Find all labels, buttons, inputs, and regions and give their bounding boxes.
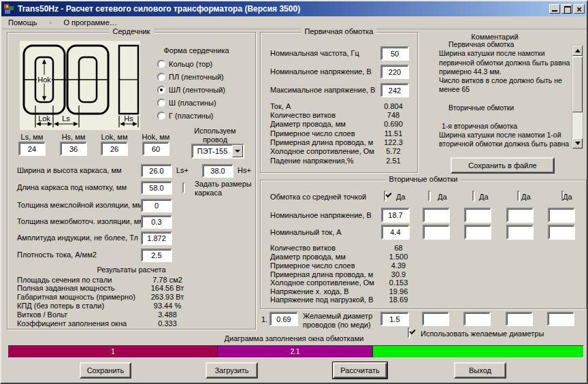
desired-diameter-input-5[interactable] [547,312,574,326]
midpoint-checkbox-4[interactable] [517,191,520,202]
comment-line: первичной обмотки должна быть равна [439,59,570,67]
desired-diameter-input-1[interactable]: 1.5 [380,312,409,326]
radio-core-shl[interactable]: ШЛ (ленточный) [157,86,225,94]
max-voltage-label: Максимальное напряжение, В [270,86,376,94]
set-frame-size-checkbox[interactable] [182,182,185,193]
result-value: 3.488 [127,310,208,319]
scroll-up-icon[interactable] [572,46,583,56]
desired-diameter-input-2[interactable] [422,312,449,326]
readout-value: 0.153 [366,278,431,287]
midpoint-checkbox-label: Да [396,193,406,201]
readout-value: 1.500 [366,253,431,261]
readout-value: 748 [366,111,421,119]
secondary-current-input-5[interactable] [548,225,575,240]
fill-diagram-bar: 1 2.1 [8,345,584,358]
calculate-button[interactable]: Рассчитать [333,362,387,379]
frequency-input[interactable]: 50 [380,46,409,61]
core-diagram-ls-label: Ls [62,114,70,123]
readout-value: 0.690 [366,120,421,128]
scroll-down-icon[interactable] [572,138,583,148]
radio-icon [157,60,165,68]
radio-core-ring[interactable]: Кольцо (тор) [157,60,212,68]
comment-line: менее 65 [439,85,570,94]
max-voltage-input[interactable]: 242 [380,83,409,97]
close-icon[interactable] [574,4,585,14]
secondary-current-input-4[interactable] [506,225,534,240]
hs-input[interactable]: 36 [60,142,87,156]
set-frame-size-label-line2: каркаса [195,189,222,197]
comment-line [439,112,570,121]
frame-height-input[interactable]: 38.0 [202,164,233,178]
hok-input[interactable]: 60 [142,142,169,156]
secondary-current-input-3[interactable] [464,225,491,240]
midpoint-label: Обмотка со средней точкой [270,193,366,201]
load-button[interactable]: Загрузить [206,362,258,379]
current-density-input[interactable]: 2.5 [141,249,172,262]
midpoint-checkbox-3[interactable] [472,191,475,202]
secondary-current-input-1[interactable]: 4.4 [381,225,410,240]
fill-bar-segment-2: 2.1 [218,346,373,357]
wire-combo[interactable]: ПЭТ-155 [191,144,244,159]
frame-width-input[interactable]: 26.0 [141,164,172,178]
menu-bar: Помощь О программе… [1,16,587,29]
winding-insulation-input[interactable]: 0.3 [141,215,172,229]
use-desired-diameters-label: Использовать желаемые диаметры [421,330,544,338]
secondary-current-label: Номинальный ток, А [270,228,342,236]
scrollbar-thumb[interactable] [572,57,583,112]
primary-panel-title: Первичная обмотка [301,27,377,35]
result-label: Витков / Вольт [17,310,67,319]
chevron-down-icon[interactable] [232,145,243,157]
radio-core-g[interactable]: Г (пластины) [157,112,214,120]
readout-label: Падение напряжения,% [270,157,354,165]
radio-core-pl[interactable]: ПЛ (ленточный) [157,73,224,81]
readout-value: 19.96 [366,287,431,295]
desired-diameter-label-line2: проводов (по меди) [303,321,371,329]
menu-item-help[interactable]: Помощь [5,18,40,27]
comment-line: Вторичные обмотки [439,103,570,112]
readout-label: Примерная длина провода, м [270,270,373,278]
set-frame-size-label-line1: Задать размеры [195,180,252,188]
radio-core-sh[interactable]: Ш (пластины) [157,99,216,107]
layer-insulation-input[interactable]: 0 [141,199,172,212]
lok-input[interactable]: 26 [101,142,128,156]
core-shape-label: Форма сердечника [140,46,252,54]
induction-label: Амплитуда индукции, не более, Тл [17,234,138,242]
frequency-label: Номинальная частота, Гц [270,49,359,57]
desired-diameter-input-3[interactable] [463,312,491,326]
menu-item-about[interactable]: О программе… [61,18,120,27]
induction-input[interactable]: 1.872 [141,231,172,245]
secondary-voltage-input-2[interactable] [423,208,450,223]
readout-label: Холодное сопротивление, Ом [270,147,374,155]
readout-value: 18.69 [366,295,431,304]
use-desired-diameters-checkbox[interactable] [408,327,410,338]
midpoint-checkbox-2[interactable] [428,191,431,202]
radio-icon-selected [157,86,165,94]
secondary-current-input-2[interactable] [423,225,450,240]
save-button[interactable]: Сохранить [80,362,131,379]
comment-scrollbar[interactable] [572,45,583,149]
core-panel: Сердечник Hok [7,32,256,330]
secondary-voltage-input-1[interactable]: 18.7 [381,208,410,223]
ls-input[interactable]: 24 [18,142,46,156]
exit-button[interactable]: Выход [454,362,506,379]
minimize-icon[interactable] [549,4,560,14]
winding-insulation-label: Толщина межобмоточ. изоляции, мм [17,217,144,225]
save-to-file-button[interactable]: Сохранить в файле [451,157,555,174]
secondary-voltage-input-5[interactable] [548,208,575,223]
midpoint-checkbox-1[interactable] [384,191,387,202]
readout-value: 122.3 [366,138,421,146]
maximize-icon[interactable] [561,4,572,14]
secondary-panel-title: Вторичные обмотки [386,175,461,183]
comment-text: Первичная обмотка Ширина катушки после н… [439,40,570,149]
result-value: 93.44 % [127,302,208,310]
readout-value: 30.9 [366,270,431,278]
nominal-voltage-input[interactable]: 220 [380,65,409,79]
secondary-voltage-input-4[interactable] [506,208,534,223]
secondary-voltage-input-3[interactable] [464,208,491,223]
readout-label: Напряжение х. хода, В [270,287,349,295]
desired-diameter-first-input[interactable]: 0.69 [270,312,298,326]
desired-diameter-input-4[interactable] [506,312,533,326]
frame-length-input[interactable]: 58.0 [141,181,172,195]
core-diagram-hok-label: Hok [37,76,51,84]
app-icon [3,3,14,14]
